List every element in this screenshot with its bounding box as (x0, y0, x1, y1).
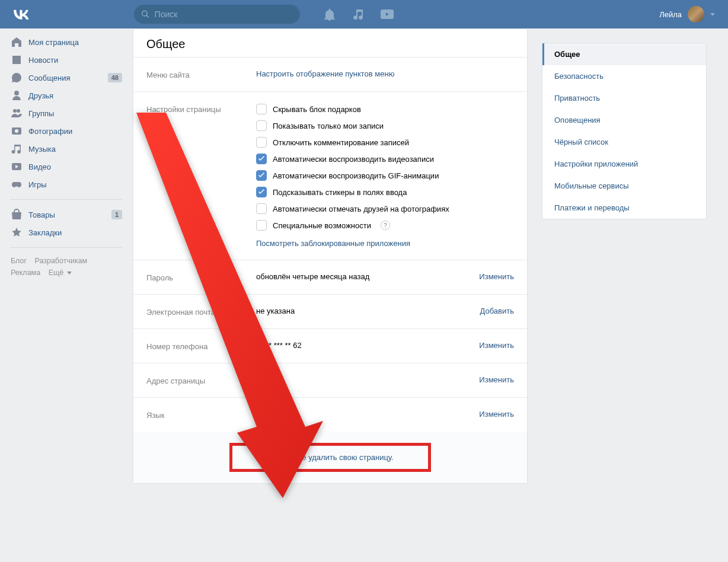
checkbox[interactable] (256, 104, 267, 114)
checkbox-row: Подсказывать стикеры в полях ввода (256, 187, 514, 197)
search-icon (141, 9, 150, 19)
bookmark-icon (11, 226, 23, 238)
checkbox[interactable] (256, 120, 267, 131)
checkbox-row: Скрывать блок подарков (256, 104, 514, 114)
search-box[interactable] (134, 5, 300, 24)
info-row: Электронная почта не указана Добавить (133, 295, 527, 329)
bell-icon[interactable] (324, 8, 336, 21)
checkbox-label: Автоматически воспроизводить видеозаписи (273, 155, 434, 164)
header: Лейла (0, 0, 728, 28)
row-action[interactable]: Изменить (479, 410, 514, 419)
row-value: обновлён четыре месяца назад (256, 272, 369, 281)
checkbox[interactable] (256, 203, 267, 214)
settings-card: Общее Меню сайта Настроить отображение п… (133, 28, 528, 484)
svg-point-2 (15, 129, 18, 133)
music-icon[interactable] (352, 8, 364, 20)
sidebar-item-groups[interactable]: Группы (7, 104, 126, 122)
row-label: Язык (146, 410, 256, 420)
row-value: h .com (256, 375, 279, 384)
sidebar-item-label: Моя страница (28, 38, 79, 47)
delete-account-link[interactable]: удалить свою страницу (308, 453, 391, 462)
home-icon (11, 36, 23, 48)
search-input[interactable] (155, 9, 293, 19)
footer-ads[interactable]: Реклама (11, 269, 40, 277)
settings-nav-item[interactable]: Оповещения (542, 109, 706, 131)
checkbox-label: Показывать только мои записи (273, 122, 384, 130)
sidebar-item-label: Сообщения (28, 74, 71, 82)
sidebar-item-label: Фотографии (28, 127, 72, 136)
settings-nav-item[interactable]: Безопасность (542, 65, 706, 87)
settings-nav-item[interactable]: Приватность (542, 87, 706, 109)
sidebar-item-news[interactable]: Новости (7, 51, 126, 69)
checkbox[interactable] (256, 170, 267, 181)
settings-nav-item[interactable]: Общее (542, 43, 706, 65)
row-action[interactable]: Изменить (479, 375, 514, 384)
section-label: Настройки страницы (146, 104, 256, 248)
sidebar-item-games[interactable]: Игры (7, 175, 126, 193)
sidebar-item-photos[interactable]: Фотографии (7, 122, 126, 140)
sidebar-item-music[interactable]: Музыка (7, 140, 126, 158)
market-icon (11, 209, 23, 221)
checkbox-label: Скрывать блок подарков (273, 105, 361, 114)
settings-nav-item[interactable]: Мобильные сервисы (542, 175, 706, 197)
delete-prefix: Вы можете (267, 453, 308, 462)
row-action[interactable]: Добавить (480, 306, 514, 315)
delete-suffix: . (391, 453, 394, 462)
footer-more[interactable]: Ещё (49, 269, 72, 277)
sidebar-item-home[interactable]: Моя страница (7, 33, 126, 51)
sidebar-item-bookmark[interactable]: Закладки (7, 223, 126, 241)
footer-blog[interactable]: Блог (11, 257, 27, 265)
section-menu: Меню сайта Настроить отображение пунктов… (133, 58, 527, 92)
video-icon[interactable] (381, 8, 394, 20)
sidebar-item-label: Товары (28, 210, 55, 219)
checkbox-label: Подсказывать стикеры в полях ввода (273, 188, 407, 197)
checkbox[interactable] (256, 220, 267, 231)
info-row: Пароль обновлён четыре месяца назад Изме… (133, 260, 527, 295)
vk-logo[interactable] (9, 2, 33, 26)
checkbox-row: Показывать только мои записи (256, 120, 514, 131)
row-label: Электронная почта (146, 306, 256, 317)
section-label: Меню сайта (146, 69, 256, 79)
right-panel: Общее Безопасность Приватность Оповещени… (535, 43, 707, 484)
friends-icon (11, 90, 23, 101)
settings-nav-item[interactable]: Чёрный список (542, 131, 706, 153)
menu-settings-link[interactable]: Настроить отображение пунктов меню (256, 69, 394, 78)
checkbox[interactable] (256, 154, 267, 164)
row-label: Номер телефона (146, 341, 256, 351)
news-icon (11, 54, 23, 66)
checkbox-row: Отключить комментирование записей (256, 137, 514, 148)
checkbox[interactable] (256, 137, 267, 148)
blocked-apps-link[interactable]: Посмотреть заблокированные приложения (256, 239, 514, 248)
help-icon[interactable]: ? (381, 221, 390, 230)
checkbox[interactable] (256, 187, 267, 197)
footer-links: Блог Разработчикам Реклама Ещё (7, 255, 126, 279)
row-action[interactable]: Изменить (479, 341, 514, 350)
sidebar-item-video[interactable]: Видео (7, 158, 126, 175)
info-row: Адрес страницы h .com Изменить (133, 363, 527, 398)
sidebar-item-label: Музыка (28, 145, 56, 154)
settings-nav: Общее Безопасность Приватность Оповещени… (542, 43, 707, 219)
checkbox-label: Специальные возможности (273, 221, 371, 230)
sidebar-item-market[interactable]: Товары 1 (7, 206, 126, 223)
sidebar-item-label: Видео (28, 162, 51, 171)
nav-separator (11, 199, 122, 200)
video-icon (11, 161, 23, 173)
sidebar-item-label: Новости (28, 56, 58, 65)
header-icons (324, 8, 394, 21)
checkbox-row: Специальные возможности ? (256, 220, 514, 231)
settings-nav-item[interactable]: Настройки приложений (542, 153, 706, 175)
row-action[interactable]: Изменить (479, 272, 514, 281)
sidebar-item-label: Друзья (28, 91, 53, 100)
header-user[interactable]: Лейла (659, 6, 721, 23)
footer-dev[interactable]: Разработчикам (35, 257, 88, 265)
groups-icon (11, 107, 23, 119)
sidebar-item-msg[interactable]: Сообщения 48 (7, 69, 126, 87)
badge: 1 (111, 210, 122, 219)
settings-nav-item[interactable]: Платежи и переводы (542, 197, 706, 219)
photos-icon (11, 125, 23, 137)
checkbox-label: Автоматически воспроизводить GIF-анимаци… (273, 171, 439, 180)
checkbox-row: Автоматически воспроизводить видеозаписи (256, 154, 514, 164)
sidebar-item-friends[interactable]: Друзья (7, 87, 126, 104)
checkbox-row: Автоматически отмечать друзей на фотогра… (256, 203, 514, 214)
info-row: Язык Русский Изменить (133, 398, 527, 432)
